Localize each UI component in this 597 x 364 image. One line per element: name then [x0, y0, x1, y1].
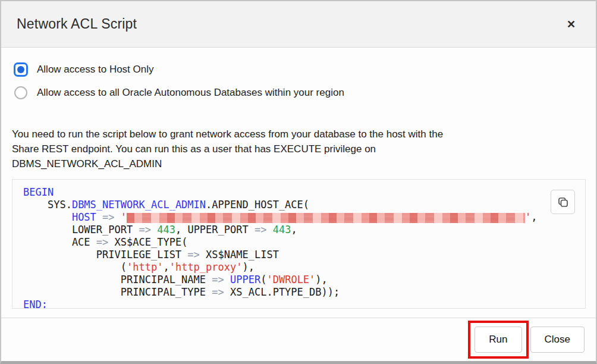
code-line: END;: [23, 299, 585, 309]
redacted-host-value: [127, 213, 525, 223]
code-line: PRINCIPAL_NAME => UPPER('DWROLE'),: [23, 274, 585, 286]
code-content: BEGIN SYS.DBMS_NETWORK_ACL_ADMIN.APPEND_…: [23, 186, 585, 309]
acl-script-code-block[interactable]: BEGIN SYS.DBMS_NETWORK_ACL_ADMIN.APPEND_…: [12, 179, 586, 309]
dialog-footer: Run Close: [1, 318, 596, 361]
instructions-line-3: DBMS_NETWORK_ACL_ADMIN: [12, 156, 586, 171]
code-line: ('http','http_proxy'),: [23, 261, 585, 274]
close-button[interactable]: Close: [530, 327, 585, 353]
copy-icon: [557, 196, 570, 209]
code-line: BEGIN: [23, 186, 585, 199]
code-line: ACE => XS$ACE_TYPE(: [23, 236, 585, 249]
red-annotation-box: Run: [468, 321, 528, 359]
radio-option-host-only[interactable]: Allow access to Host Only: [14, 62, 586, 77]
instructions-line-1: You need to run the script below to gran…: [12, 127, 586, 142]
copy-button[interactable]: [551, 190, 575, 214]
radio-option-all-databases[interactable]: Allow access to all Oracle Autonomous Da…: [14, 86, 586, 100]
instructions-text: You need to run the script below to gran…: [12, 127, 586, 171]
dialog-header: Network ACL Script ✕: [1, 1, 596, 48]
code-line: PRIVILEGE_LIST => XS$NAME_LIST: [23, 249, 585, 261]
instructions-line-2: Share REST endpoint. You can run this as…: [12, 142, 586, 156]
run-button[interactable]: Run: [475, 327, 521, 353]
radio-dot: [17, 66, 24, 73]
close-icon[interactable]: ✕: [562, 17, 580, 32]
dialog-body: Allow access to Host Only Allow access t…: [1, 48, 596, 318]
network-acl-dialog: Network ACL Script ✕ Allow access to Hos…: [0, 0, 597, 364]
radio-label-all-databases[interactable]: Allow access to all Oracle Autonomous Da…: [37, 87, 344, 99]
code-line: LOWER_PORT => 443, UPPER_PORT => 443,: [23, 224, 585, 236]
radio-unselected-icon[interactable]: [14, 86, 27, 99]
code-line: PRINCIPAL_TYPE => XS_ACL.PTYPE_DB));: [23, 286, 585, 299]
radio-label-host-only[interactable]: Allow access to Host Only: [37, 64, 154, 76]
code-line: SYS.DBMS_NETWORK_ACL_ADMIN.APPEND_HOST_A…: [23, 199, 585, 211]
radio-selected-icon[interactable]: [14, 62, 28, 77]
dialog-title: Network ACL Script: [17, 16, 137, 32]
code-line: HOST => '',: [23, 211, 585, 224]
